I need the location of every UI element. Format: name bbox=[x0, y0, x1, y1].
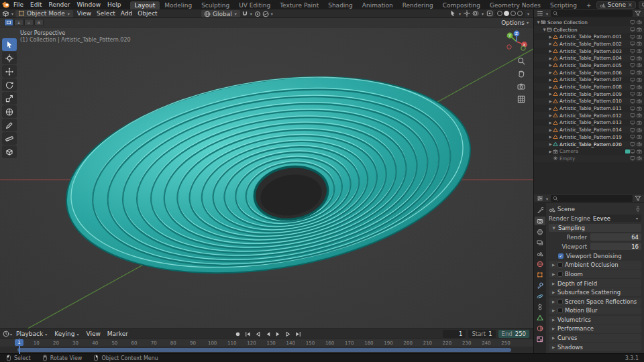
outliner-row[interactable]: Empty bbox=[534, 155, 644, 162]
topbar-menu-edit[interactable]: Edit bbox=[27, 1, 45, 8]
tool-transform-button[interactable] bbox=[2, 105, 17, 118]
chevron-down-icon[interactable]: ▾ bbox=[482, 11, 484, 16]
mode-dropdown[interactable]: Object Mode ▾ bbox=[15, 10, 73, 17]
section-screen-space-reflections[interactable]: ▶Screen Space Reflections bbox=[549, 298, 641, 306]
viewport-visibility-icon[interactable] bbox=[630, 113, 635, 118]
expand-arrow-icon[interactable]: ▶ bbox=[548, 113, 553, 117]
properties-tab-object[interactable] bbox=[535, 270, 545, 279]
expand-arrow-icon[interactable]: ▶ bbox=[548, 78, 553, 82]
next-keyframe-button[interactable] bbox=[284, 330, 292, 338]
render-visibility-icon[interactable] bbox=[637, 134, 642, 139]
tool-rotate-button[interactable] bbox=[2, 78, 17, 91]
scene-selector[interactable]: Scene × bbox=[596, 1, 636, 9]
properties-tab-tool[interactable] bbox=[535, 206, 545, 215]
timeline-menu-keying[interactable]: Keying▾ bbox=[51, 330, 83, 337]
select-mode-extend-button[interactable]: + bbox=[14, 19, 23, 26]
workspace-tab-uv-editing[interactable]: UV Editing bbox=[234, 1, 275, 9]
shading-rendered-icon[interactable] bbox=[517, 11, 523, 16]
viewport-menu-object[interactable]: Object bbox=[135, 10, 160, 17]
playhead-frame-badge[interactable]: 1 bbox=[15, 339, 23, 346]
overlays-toggle-icon[interactable] bbox=[472, 10, 479, 17]
camera-view-icon[interactable] bbox=[517, 82, 525, 90]
artistic-table-pattern-object[interactable] bbox=[52, 50, 484, 300]
viewport-visibility-icon[interactable] bbox=[630, 77, 635, 82]
render-visibility-icon[interactable] bbox=[637, 91, 642, 97]
filter-icon[interactable] bbox=[635, 10, 641, 17]
topbar-menu-help[interactable]: Help bbox=[104, 1, 125, 8]
expand-arrow-icon[interactable]: ▶ bbox=[548, 121, 553, 125]
render-visibility-icon[interactable] bbox=[637, 48, 642, 54]
expand-arrow-icon[interactable]: ▶ bbox=[548, 99, 553, 103]
render-visibility-icon[interactable] bbox=[637, 120, 642, 125]
render-visibility-icon[interactable] bbox=[637, 156, 642, 161]
properties-tab-render[interactable] bbox=[535, 217, 545, 225]
render-visibility-icon[interactable] bbox=[637, 34, 642, 40]
shading-material-icon[interactable] bbox=[511, 11, 516, 16]
viewport-menu-view[interactable]: View bbox=[74, 10, 94, 17]
timeline-ruler[interactable]: 1102030405060708090100110120130140150160… bbox=[0, 339, 533, 347]
section-bloom[interactable]: ▶Bloom bbox=[549, 270, 641, 278]
viewport-visibility-icon[interactable] bbox=[630, 141, 635, 147]
properties-tab-data[interactable] bbox=[535, 313, 545, 322]
topbar-menu-file[interactable]: File bbox=[10, 1, 27, 8]
render-visibility-icon[interactable] bbox=[637, 141, 642, 147]
viewport-visibility-icon[interactable] bbox=[630, 99, 635, 104]
properties-search-input[interactable] bbox=[551, 195, 633, 202]
viewport-visibility-icon[interactable] bbox=[630, 48, 635, 54]
viewport-visibility-icon[interactable] bbox=[630, 34, 635, 40]
expand-arrow-icon[interactable]: ▶ bbox=[548, 92, 553, 96]
filter-icon[interactable] bbox=[635, 195, 641, 202]
properties-tab-view-layer[interactable] bbox=[535, 238, 545, 247]
properties-tab-material[interactable] bbox=[535, 324, 545, 333]
expand-arrow-icon[interactable]: ▶ bbox=[548, 35, 553, 39]
sampling-viewport-field[interactable]: 16 bbox=[590, 243, 641, 250]
outliner-row[interactable]: ▶Artistic_Table_Pattern.012 bbox=[534, 112, 644, 119]
outliner-row[interactable]: ▶Artistic_Table_Pattern.010 bbox=[534, 98, 644, 105]
workspace-tab-geometry-nodes[interactable]: Geometry Nodes bbox=[485, 1, 545, 9]
tool-select-box-button[interactable] bbox=[2, 38, 17, 51]
outliner-row[interactable]: ▶Artistic_Table_Pattern.009 bbox=[534, 90, 644, 98]
record-button[interactable] bbox=[233, 330, 242, 338]
properties-tab-physics[interactable] bbox=[535, 292, 545, 300]
expand-arrow-icon[interactable]: ▶ bbox=[548, 42, 553, 46]
expand-arrow-icon[interactable]: ▶ bbox=[548, 142, 553, 146]
workspace-tab-animation[interactable]: Animation bbox=[358, 1, 398, 9]
blender-logo-icon[interactable] bbox=[2, 1, 10, 9]
outliner-row[interactable]: ▶Artistic_Table_Pattern.019 bbox=[534, 133, 644, 141]
render-visibility-icon[interactable] bbox=[637, 106, 642, 111]
previous-keyframe-button[interactable] bbox=[254, 330, 262, 338]
render-visibility-icon[interactable] bbox=[637, 19, 642, 25]
render-visibility-icon[interactable] bbox=[637, 113, 642, 118]
outliner-row[interactable]: ▶Artistic_Table_Pattern.005 bbox=[534, 62, 644, 69]
outliner-row[interactable]: ▶Camera bbox=[534, 147, 644, 155]
render-visibility-icon[interactable] bbox=[637, 84, 642, 90]
ortho-grid-icon[interactable] bbox=[517, 95, 525, 103]
shading-solid-icon[interactable] bbox=[504, 11, 509, 16]
viewport-visibility-icon[interactable] bbox=[630, 27, 635, 32]
viewlayer-selector[interactable]: ViewLayer × bbox=[639, 1, 644, 9]
timeline-scrollbar[interactable] bbox=[17, 348, 511, 352]
section-checkbox[interactable] bbox=[557, 299, 563, 304]
render-visibility-icon[interactable] bbox=[637, 27, 642, 32]
section-depth-of-field[interactable]: ▶Depth of Field bbox=[549, 279, 641, 287]
topbar-menu-render[interactable]: Render bbox=[46, 1, 74, 8]
expand-arrow-icon[interactable]: ▶ bbox=[548, 56, 553, 60]
expand-arrow-icon[interactable]: ▶ bbox=[548, 63, 553, 67]
expand-arrow-icon[interactable]: ▶ bbox=[548, 149, 553, 154]
outliner-editor-icon[interactable] bbox=[537, 10, 543, 17]
viewport-visibility-icon[interactable] bbox=[630, 56, 635, 61]
viewport-menu-select[interactable]: Select bbox=[94, 10, 118, 17]
viewport-visibility-icon[interactable] bbox=[630, 120, 635, 125]
select-mode-subtract-button[interactable]: − bbox=[24, 19, 34, 26]
sampling-render-field[interactable]: 64 bbox=[590, 233, 641, 241]
section-performance[interactable]: ▶Performance bbox=[549, 324, 641, 333]
render-visibility-icon[interactable] bbox=[637, 77, 642, 82]
viewport-visibility-icon[interactable] bbox=[630, 19, 635, 25]
scene-clear-icon[interactable]: × bbox=[628, 2, 633, 8]
viewport-visibility-icon[interactable] bbox=[630, 149, 635, 154]
frame-end-field[interactable]: End 250 bbox=[498, 330, 529, 338]
section-checkbox[interactable] bbox=[557, 272, 563, 277]
properties-tab-output[interactable] bbox=[535, 227, 545, 236]
select-mode-intersect-button[interactable]: ∩ bbox=[34, 19, 44, 26]
viewport-visibility-icon[interactable] bbox=[630, 70, 635, 75]
